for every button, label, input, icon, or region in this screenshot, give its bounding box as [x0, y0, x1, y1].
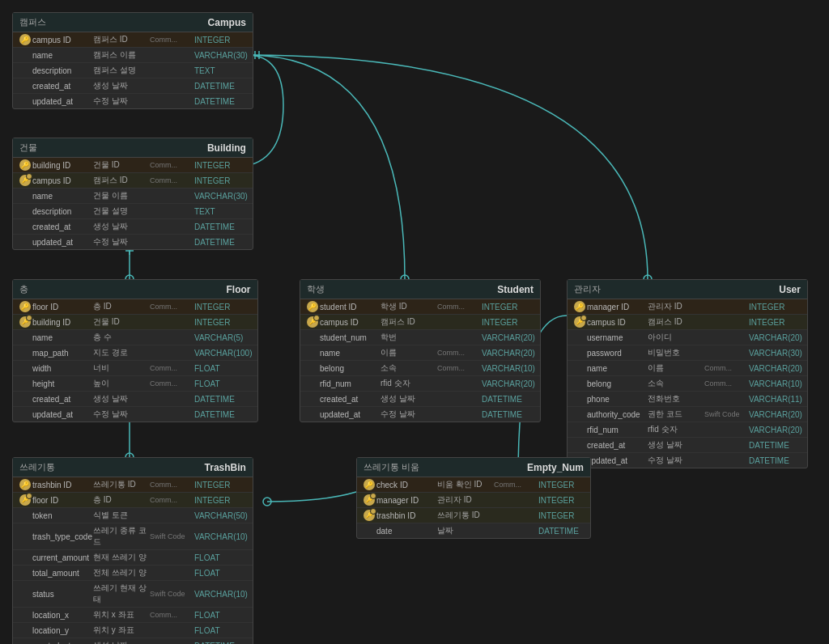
col-constraint: Comm...: [150, 611, 194, 619]
col-constraint: Comm...: [150, 161, 194, 169]
col-type: VARCHAR(10): [194, 532, 248, 541]
table-row: updated_at 수정 날짜 DATETIME: [13, 407, 257, 422]
col-type: DATETIME: [482, 410, 535, 419]
table-row: rfid_num rfid 숫자 VARCHAR(20): [300, 376, 540, 392]
col-name-kr: 학생 ID: [380, 301, 437, 312]
col-constraint: Comm...: [150, 36, 194, 44]
col-icon: 🔑: [18, 494, 32, 506]
col-name-kr: 생성 날짜: [648, 439, 704, 451]
col-type: INTEGER: [194, 318, 253, 327]
col-type: INTEGER: [749, 303, 802, 311]
col-icon: 🔑: [18, 159, 32, 171]
table-row: map_path 지도 경로 VARCHAR(100): [13, 345, 257, 361]
col-type: INTEGER: [482, 318, 535, 327]
fk-icon: 🔑: [19, 175, 31, 186]
table-row: 🔑 trashbin ID 쓰레기통 ID INTEGER: [357, 508, 590, 523]
col-constraint: Comm...: [437, 349, 482, 357]
col-name-en: building ID: [32, 318, 93, 327]
col-name-en: floor ID: [32, 496, 93, 505]
col-name-kr: 생성 날짜: [93, 640, 150, 644]
pk-icon: 🔑: [363, 479, 375, 490]
col-icon: 🔑: [305, 301, 320, 312]
fk-icon: 🔑: [307, 316, 318, 328]
table-header-user: 관리자 User: [568, 280, 807, 299]
col-name-kr: 아이디: [648, 332, 704, 343]
table-trashbin: 쓰레기통 TrashBin 🔑 trashbin ID 쓰레기통 ID Comm…: [12, 457, 253, 644]
col-name-en: trashbin ID: [32, 481, 93, 489]
col-constraint: Comm...: [150, 176, 194, 184]
col-type: INTEGER: [538, 496, 585, 505]
table-row: 🔑 campus ID 캠퍼스 ID Comm... INTEGER: [13, 173, 253, 189]
col-icon: 🔑: [18, 34, 32, 45]
table-title-kr-user: 관리자: [574, 283, 601, 295]
pk-icon: 🔑: [19, 159, 31, 171]
col-type: VARCHAR(11): [749, 395, 802, 404]
table-row: 🔑 manager ID 관리자 ID INTEGER: [357, 493, 590, 508]
col-type: DATETIME: [538, 527, 585, 536]
col-name-kr: 관리자 ID: [437, 494, 494, 506]
col-name-kr: 건물 이름: [93, 190, 150, 201]
col-name-kr: 수정 날짜: [648, 455, 704, 466]
table-row: created_at 생성 날짜 DATETIME: [13, 78, 253, 94]
col-type: INTEGER: [194, 303, 253, 311]
col-name-en: campus ID: [587, 318, 648, 327]
col-name-en: status: [32, 590, 93, 599]
col-name-en: name: [587, 364, 648, 373]
col-name-kr: 쓰레기통 ID: [93, 479, 150, 490]
col-name-kr: 생성 날짜: [93, 80, 150, 91]
col-type: VARCHAR(20): [482, 349, 535, 358]
col-name-en: created_at: [587, 441, 648, 450]
col-type: VARCHAR(30): [749, 349, 802, 358]
col-name-kr: 쓰레기 종류 코드: [93, 525, 150, 548]
col-type: DATETIME: [194, 97, 248, 106]
fk-icon: 🔑: [363, 494, 375, 506]
pk-icon: 🔑: [19, 301, 31, 312]
col-name-en: campus ID: [32, 176, 93, 185]
col-type: VARCHAR(20): [749, 364, 802, 373]
col-type: VARCHAR(50): [194, 511, 248, 520]
col-constraint: Swift Code: [150, 590, 194, 598]
col-name-en: manager ID: [587, 303, 648, 311]
col-name-kr: 캠퍼스 이름: [93, 49, 150, 61]
col-type: FLOAT: [194, 569, 248, 578]
table-title-kr-floor: 층: [19, 283, 28, 295]
col-name-kr: 생성 날짜: [380, 393, 437, 405]
table-row: trash_type_code 쓰레기 종류 코드 Swift Code VAR…: [13, 523, 253, 550]
table-header-building: 건물 Building: [13, 138, 253, 158]
col-name-kr: 현재 쓰레기 양: [93, 552, 150, 563]
col-name-kr: 소속: [648, 378, 704, 389]
col-name-en: building ID: [32, 161, 93, 170]
col-type: DATETIME: [194, 238, 248, 247]
table-row: 🔑 check ID 비움 확인 ID Comm... INTEGER: [357, 477, 590, 493]
table-row: current_amount 현재 쓰레기 양 FLOAT: [13, 550, 253, 566]
col-type: INTEGER: [482, 303, 535, 311]
col-name-en: description: [32, 207, 93, 216]
table-title-en-trashbin: TrashBin: [205, 462, 246, 473]
table-row: token 식별 토큰 VARCHAR(50): [13, 508, 253, 523]
table-row: name 이름 Comm... VARCHAR(20): [568, 361, 807, 376]
table-row: created_at 생성 날짜 DATETIME: [13, 638, 253, 644]
col-type: VARCHAR(100): [194, 349, 253, 358]
col-icon: 🔑: [572, 316, 587, 328]
table-row: 🔑 campus ID 캠퍼스 ID INTEGER: [300, 315, 540, 330]
col-constraint: Comm...: [494, 481, 538, 489]
col-name-en: height: [32, 379, 93, 388]
col-name-en: phone: [587, 395, 648, 404]
col-name-en: width: [32, 364, 93, 373]
table-row: updated_at 수정 날짜 DATETIME: [13, 94, 253, 108]
col-constraint: Comm...: [150, 496, 194, 504]
col-name-kr: 이름: [380, 347, 437, 358]
col-constraint: Comm...: [150, 364, 194, 372]
col-constraint: Swift Code: [704, 410, 749, 418]
col-type: DATETIME: [194, 642, 248, 645]
col-name-kr: 캠퍼스 ID: [380, 316, 437, 328]
col-type: VARCHAR(10): [749, 379, 802, 388]
col-type: INTEGER: [538, 511, 585, 520]
table-row: updated_at 수정 날짜 DATETIME: [568, 453, 807, 468]
col-name-kr: 쓰레기 현재 상태: [93, 583, 150, 605]
col-name-en: map_path: [32, 349, 93, 358]
col-icon: 🔑: [362, 479, 376, 490]
col-type: VARCHAR(20): [482, 379, 535, 388]
col-icon: 🔑: [362, 494, 376, 506]
table-row: created_at 생성 날짜 DATETIME: [13, 392, 257, 407]
